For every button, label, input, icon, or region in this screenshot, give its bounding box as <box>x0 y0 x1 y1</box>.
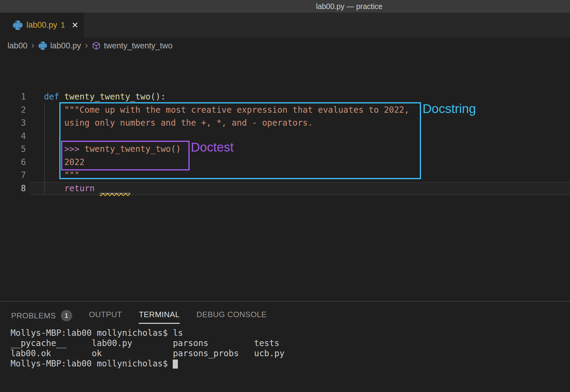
tab-file-name: lab00.py <box>26 20 57 30</box>
panel-tab-terminal[interactable]: TERMINAL <box>139 310 179 324</box>
line-number: 4 <box>0 130 26 143</box>
terminal-line: lab00.ok ok parsons_probs ucb.py <box>11 348 284 359</box>
window-titlebar[interactable]: lab00.py — practice <box>0 0 570 13</box>
code-text: def twenty_twenty_two(): <box>44 90 166 103</box>
panel-tab-problems[interactable]: PROBLEMS1 <box>11 310 72 326</box>
code-line-8[interactable]: 8 return ______ <box>0 182 570 195</box>
panel-tab-output[interactable]: OUTPUT <box>89 310 122 324</box>
panel-tab-debug-console[interactable]: DEBUG CONSOLE <box>197 310 267 324</box>
terminal-cursor <box>173 360 178 369</box>
close-icon[interactable]: ✕ <box>72 20 79 30</box>
panel-tab-label: PROBLEMS <box>11 311 56 320</box>
line-number: 6 <box>0 156 26 169</box>
python-icon <box>13 20 23 30</box>
terminal-line: Mollys-MBP:lab00 mollynicholas$ ls <box>11 328 284 338</box>
problems-count-badge: 1 <box>61 310 72 321</box>
line-number: 1 <box>0 90 26 103</box>
line-number: 8 <box>0 182 26 195</box>
tab-bar: lab00.py 1 ✕ <box>0 13 570 38</box>
line-number: 3 <box>0 116 26 130</box>
code-line-1[interactable]: 1def twenty_twenty_two(): <box>0 90 570 103</box>
docstring-annotation-label: Docstring <box>423 102 476 116</box>
line-number: 2 <box>0 103 26 117</box>
panel-tab-label: OUTPUT <box>89 310 122 319</box>
terminal-output[interactable]: Mollys-MBP:lab00 mollynicholas$ ls__pyca… <box>11 328 284 369</box>
doctest-annotation-box <box>61 141 190 170</box>
tab-lab00py[interactable]: lab00.py 1 ✕ <box>0 13 84 38</box>
terminal-line: Mollys-MBP:lab00 mollynicholas$ <box>11 359 284 369</box>
line-number: 5 <box>0 142 26 156</box>
doctest-annotation-label: Doctest <box>191 140 234 155</box>
panel-divider[interactable] <box>0 301 570 302</box>
panel-tab-bar: PROBLEMS1OUTPUTTERMINALDEBUG CONSOLE <box>11 310 267 326</box>
code-editor[interactable]: 1def twenty_twenty_two():2 """Come up wi… <box>0 38 570 301</box>
line-number: 7 <box>0 169 26 182</box>
window-title: lab00.py — practice <box>316 2 383 11</box>
terminal-line: __pycache__ lab00.py parsons tests <box>11 338 284 348</box>
tab-problem-count: 1 <box>61 21 65 29</box>
code-text: return ______ <box>44 182 130 195</box>
panel-tab-label: TERMINAL <box>139 310 179 319</box>
panel-tab-label: DEBUG CONSOLE <box>197 310 267 319</box>
